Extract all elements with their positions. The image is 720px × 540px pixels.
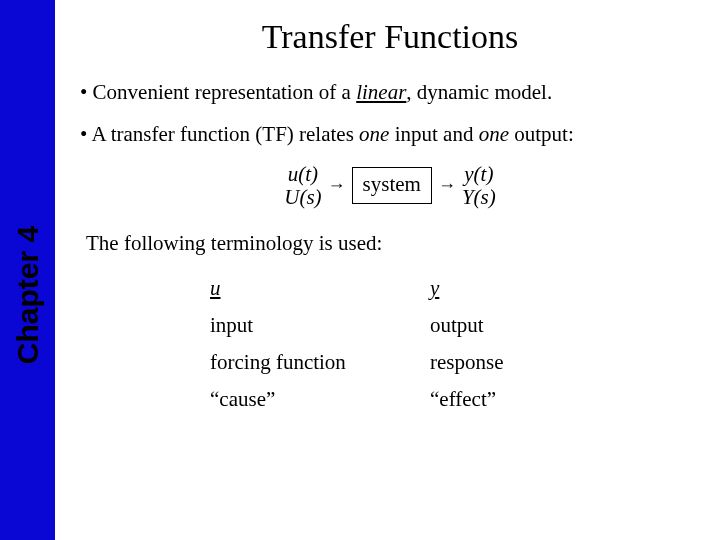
bullet-1-prefix: • Convenient representation of a [80,80,356,104]
slide-title: Transfer Functions [80,18,700,56]
input-stack: u(t) U(s) [284,163,321,209]
bullet-list: • Convenient representation of a linear,… [80,78,700,149]
term-u-cell: “cause” [210,381,430,418]
table-row: forcing function response [210,344,590,381]
bullet-1-suffix: , dynamic model. [406,80,552,104]
terminology-intro: The following terminology is used: [86,231,700,256]
bullet-2: • A transfer function (TF) relates one i… [80,120,700,148]
bullet-1: • Convenient representation of a linear,… [80,78,700,106]
slide-content: Transfer Functions • Convenient represen… [55,0,720,540]
table-row: input output [210,307,590,344]
term-y-cell: response [430,344,590,381]
term-u-cell: input [210,307,430,344]
chapter-label: Chapter 4 [11,226,45,364]
bullet-2-mid: input and [389,122,478,146]
u-of-t: u(t) [288,163,318,186]
output-stack: y(t) Y(s) [462,163,496,209]
term-y-cell: “effect” [430,381,590,418]
arrow-out-icon: → [438,175,456,196]
term-y-cell: output [430,307,590,344]
bullet-2-one1: one [359,122,389,146]
terminology-table: u y input output forcing function respon… [210,270,590,418]
table-row: “cause” “effect” [210,381,590,418]
bullet-1-emph: linear [356,80,406,104]
y-of-s: Y(s) [462,186,496,209]
term-head-u: u [210,276,221,300]
bullet-2-one2: one [479,122,509,146]
term-head-y: y [430,276,439,300]
table-row: u y [210,270,590,307]
system-box: system [352,167,432,204]
bullet-2-suffix: output: [509,122,574,146]
system-diagram: u(t) U(s) → system → y(t) Y(s) [80,163,700,209]
bullet-2-prefix: • A transfer function (TF) relates [80,122,359,146]
term-u-cell: forcing function [210,344,430,381]
chapter-sidebar: Chapter 4 [0,0,55,540]
arrow-in-icon: → [328,175,346,196]
u-of-s: U(s) [284,186,321,209]
y-of-t: y(t) [464,163,493,186]
